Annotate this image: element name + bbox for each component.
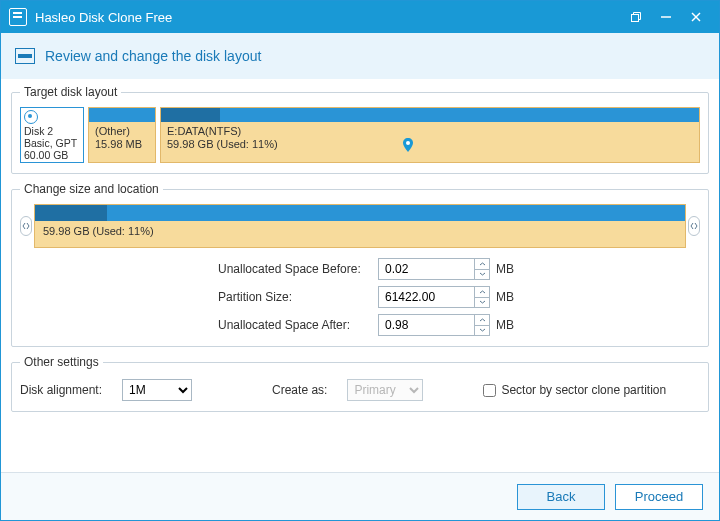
resize-bar-label: 59.98 GB (Used: 11%) [35,221,685,241]
app-logo-icon [9,8,27,26]
disk-alignment-select[interactable]: 1M [122,379,192,401]
unalloc-before-unit: MB [490,262,520,276]
partition-other-size: 15.98 MB [95,138,149,151]
partition-size-unit: MB [490,290,520,304]
resize-legend: Change size and location [20,182,163,196]
partition-size-label: Partition Size: [218,290,378,304]
footer: Back Proceed [1,472,719,520]
target-disk-layout-section: Target disk layout Disk 2 Basic, GPT 60.… [11,85,709,174]
location-marker-icon [403,138,413,152]
close-window-button[interactable] [681,1,711,33]
disk-name: Disk 2 [24,125,80,137]
unalloc-after-unit: MB [490,318,520,332]
create-as-label: Create as: [272,383,327,397]
unalloc-after-input[interactable] [378,314,490,336]
disk-type: Basic, GPT [24,137,80,149]
spin-up-icon[interactable] [474,259,489,270]
change-size-section: Change size and location 59.98 GB (Used:… [11,182,709,347]
sector-clone-label: Sector by sector clone partition [501,383,666,397]
unalloc-before-label: Unallocated Space Before: [218,262,378,276]
unalloc-before-input[interactable] [378,258,490,280]
partition-e[interactable]: E:DATA(NTFS) 59.98 GB (Used: 11%) [160,107,700,163]
partition-size-input[interactable] [378,286,490,308]
subheader-text: Review and change the disk layout [45,48,261,64]
disk-card[interactable]: Disk 2 Basic, GPT 60.00 GB [20,107,84,163]
restore-window-button[interactable] [621,1,651,33]
svg-rect-0 [632,15,639,22]
spin-up-icon[interactable] [474,315,489,326]
resize-handle-right[interactable] [688,216,700,236]
partition-other-label: (Other) [95,125,149,138]
sector-clone-checkbox[interactable]: Sector by sector clone partition [483,383,666,397]
titlebar: Hasleo Disk Clone Free [1,1,719,33]
proceed-button[interactable]: Proceed [615,484,703,510]
page-subheader: Review and change the disk layout [1,33,719,79]
spin-up-icon[interactable] [474,287,489,298]
resize-track[interactable]: 59.98 GB (Used: 11%) [34,204,686,248]
partition-other[interactable]: (Other) 15.98 MB [88,107,156,163]
back-button[interactable]: Back [517,484,605,510]
spin-down-icon[interactable] [474,326,489,336]
disk-icon [24,110,38,124]
resize-bar [35,205,685,221]
unalloc-after-label: Unallocated Space After: [218,318,378,332]
spin-down-icon[interactable] [474,270,489,280]
create-as-select: Primary [347,379,423,401]
spin-down-icon[interactable] [474,298,489,308]
resize-handle-left[interactable] [20,216,32,236]
partition-e-size: 59.98 GB (Used: 11%) [167,138,693,151]
layout-icon [15,48,35,64]
other-settings-section: Other settings Disk alignment: 1M Create… [11,355,709,412]
disk-size: 60.00 GB [24,149,80,161]
sector-clone-input[interactable] [483,384,496,397]
target-legend: Target disk layout [20,85,121,99]
disk-alignment-label: Disk alignment: [20,383,102,397]
minimize-window-button[interactable] [651,1,681,33]
window-title: Hasleo Disk Clone Free [35,10,621,25]
other-legend: Other settings [20,355,103,369]
svg-point-4 [406,141,410,145]
partition-e-label: E:DATA(NTFS) [167,125,693,138]
